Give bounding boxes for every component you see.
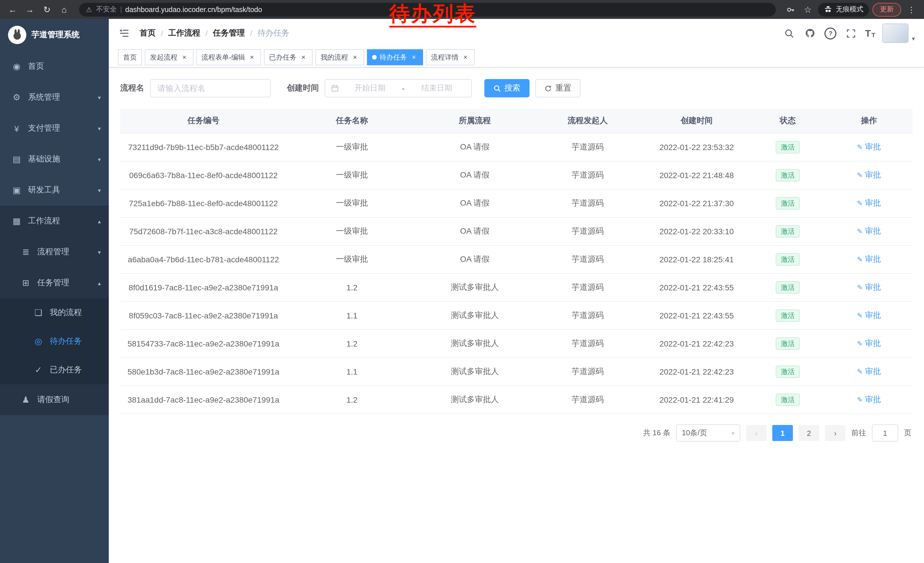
close-icon[interactable]: ×	[351, 53, 359, 61]
back-icon[interactable]: ←	[6, 3, 20, 17]
update-button[interactable]: 更新	[873, 3, 901, 17]
star-icon[interactable]: ☆	[801, 3, 814, 17]
next-page-button[interactable]: ›	[825, 425, 846, 441]
dashboard-icon: ◉	[12, 61, 22, 72]
sidebar-item-payment-management[interactable]: ¥支付管理▾	[0, 113, 109, 144]
approve-link[interactable]: ✎审批	[857, 142, 881, 152]
hamburger-icon[interactable]	[118, 27, 130, 39]
fullscreen-icon[interactable]	[844, 26, 858, 40]
annotation-text: 待办列表	[389, 2, 476, 27]
app-logo[interactable]: 芋道管理系统	[0, 19, 109, 51]
breadcrumb-item[interactable]: 工作流程	[168, 28, 200, 38]
breadcrumb-item[interactable]: 任务管理	[213, 28, 245, 38]
sidebar-item-home[interactable]: ◉首页	[0, 51, 109, 82]
browser-menu-icon[interactable]: ⋮	[904, 3, 918, 17]
breadcrumb-item: 待办任务	[257, 28, 290, 38]
sidebar: 芋道管理系统 ◉首页⚙系统管理▾¥支付管理▾▤基础设施▾▣研发工具▾▦工作流程▴…	[0, 19, 109, 563]
tab-todo-tasks[interactable]: 待办任务×	[367, 49, 423, 65]
action-cell: ✎审批	[825, 133, 912, 161]
process-list-icon: ≣	[21, 247, 31, 257]
prev-page-button[interactable]: ‹	[746, 425, 766, 441]
chevron-up-icon: ▴	[98, 218, 101, 224]
address-divider	[121, 6, 122, 13]
task-name-cell: 1.2	[286, 386, 417, 414]
help-icon[interactable]: ?	[824, 26, 837, 40]
yen-icon: ¥	[12, 123, 22, 133]
page-size-value: 10条/页	[682, 428, 707, 438]
approve-link[interactable]: ✎审批	[857, 282, 881, 293]
infrastructure-icon: ▤	[12, 154, 22, 164]
action-cell: ✎审批	[825, 330, 912, 358]
person-icon: ♟	[21, 395, 31, 405]
sidebar-item-done-tasks[interactable]: ✓已办任务	[0, 356, 109, 384]
created-at-cell: 2022-01-21 22:41:29	[643, 386, 750, 414]
tab-process-detail[interactable]: 流程详情×	[426, 49, 475, 65]
page-button-2[interactable]: 2	[799, 425, 819, 441]
sidebar-item-system-management[interactable]: ⚙系统管理▾	[0, 82, 109, 113]
search-icon[interactable]	[783, 26, 796, 40]
page-button-1[interactable]: 1	[772, 425, 793, 441]
reset-button[interactable]: 重置	[535, 79, 580, 98]
approve-link[interactable]: ✎审批	[857, 198, 881, 209]
goto-page-input[interactable]	[872, 424, 898, 441]
tab-process-form-edit[interactable]: 流程表单-编辑×	[196, 49, 261, 65]
github-icon[interactable]	[803, 26, 817, 40]
date-range-picker[interactable]: 开始日期 - 结束日期	[325, 79, 472, 98]
approve-link[interactable]: ✎审批	[857, 254, 881, 264]
avatar[interactable]	[882, 24, 909, 43]
close-icon[interactable]: ×	[410, 53, 418, 61]
tab-done-tasks[interactable]: 已办任务×	[264, 49, 313, 65]
tab-label: 流程表单-编辑	[201, 53, 245, 62]
close-icon[interactable]: ×	[299, 53, 308, 61]
chevron-down-icon[interactable]: ▾	[912, 36, 915, 42]
home-icon[interactable]: ⌂	[57, 3, 71, 17]
approve-link[interactable]: ✎审批	[857, 170, 881, 180]
url-text[interactable]: dashboard.yudao.iocoder.cn/bpm/task/todo	[125, 6, 262, 14]
sidebar-item-leave-query[interactable]: ♟请假查询	[0, 384, 109, 415]
sidebar-menu: ◉首页⚙系统管理▾¥支付管理▾▤基础设施▾▣研发工具▾▦工作流程▴≣流程管理▾⊞…	[0, 51, 109, 415]
key-icon[interactable]	[784, 3, 798, 17]
sidebar-item-dev-tools[interactable]: ▣研发工具▾	[0, 175, 109, 206]
sidebar-item-label: 任务管理	[37, 278, 96, 288]
close-icon[interactable]: ×	[180, 53, 188, 61]
close-icon[interactable]: ×	[248, 53, 256, 61]
create-time-label: 创建时间	[287, 83, 319, 93]
approve-link[interactable]: ✎审批	[857, 311, 881, 321]
task-id-cell: a6aba0a4-7b6d-11ec-b781-acde48001122	[120, 245, 286, 273]
sidebar-item-task-management[interactable]: ⊞任务管理▴	[0, 267, 109, 299]
tab-my-process[interactable]: 我的流程×	[315, 49, 364, 65]
close-icon[interactable]: ×	[461, 53, 470, 61]
sidebar-item-workflow[interactable]: ▦工作流程▴	[0, 206, 109, 237]
approve-link[interactable]: ✎审批	[857, 338, 881, 349]
status-cell: 激活	[750, 358, 825, 386]
breadcrumb-separator: /	[250, 29, 252, 38]
security-label[interactable]: 不安全	[96, 5, 117, 14]
process-cell: OA 请假	[417, 161, 532, 189]
table-row: a6aba0a4-7b6d-11ec-b781-acde48001122一级审批…	[120, 245, 912, 273]
sidebar-item-infrastructure[interactable]: ▤基础设施▾	[0, 144, 109, 175]
created-at-cell: 2022-01-21 22:42:23	[643, 358, 750, 386]
font-size-icon[interactable]: TT	[865, 29, 875, 38]
search-button[interactable]: 搜索	[484, 79, 530, 98]
created-at-cell: 2022-01-22 18:25:41	[643, 245, 750, 273]
action-cell: ✎审批	[825, 161, 912, 189]
sidebar-item-todo-tasks[interactable]: ◎待办任务	[0, 327, 109, 356]
starter-cell: 芋道源码	[532, 133, 643, 161]
tab-home[interactable]: 首页	[118, 49, 142, 65]
tab-label: 我的流程	[321, 53, 348, 62]
approve-link[interactable]: ✎审批	[857, 395, 881, 405]
approve-link[interactable]: ✎审批	[857, 366, 881, 377]
approve-link[interactable]: ✎审批	[857, 226, 881, 237]
forward-icon[interactable]: →	[23, 3, 37, 17]
process-name-input[interactable]	[150, 79, 271, 98]
task-name-cell: 一级审批	[286, 133, 417, 161]
status-cell: 激活	[750, 217, 825, 245]
edit-icon: ✎	[857, 284, 863, 291]
tab-start-process[interactable]: 发起流程×	[145, 49, 194, 65]
sidebar-item-label: 请假查询	[37, 395, 101, 405]
reload-icon[interactable]: ↻	[40, 3, 54, 17]
breadcrumb-item[interactable]: 首页	[140, 28, 156, 38]
sidebar-item-process-management[interactable]: ≣流程管理▾	[0, 237, 109, 267]
sidebar-item-my-process[interactable]: ❏我的流程	[0, 299, 109, 327]
page-size-select[interactable]: 10条/页 ▾	[676, 424, 740, 441]
